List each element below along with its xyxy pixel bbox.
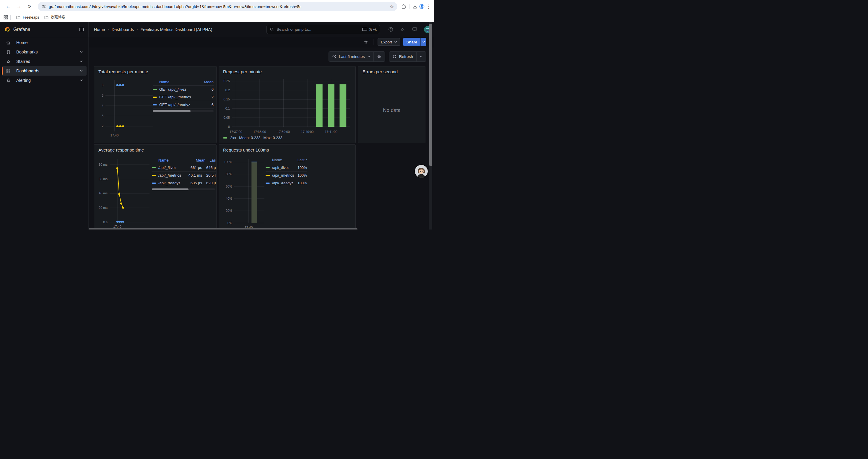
zoom-out-icon bbox=[377, 54, 382, 59]
refresh-group: Refresh bbox=[389, 52, 426, 62]
legend-row: /api/_/readyz 605 µs 620 µs bbox=[152, 179, 216, 187]
series-name[interactable]: GET /api/_/metrics bbox=[159, 95, 212, 99]
series-mean: Mean: 0.233 bbox=[239, 136, 260, 140]
panel-average-response-time: Average response time 0 s20 ms40 ms60 ms… bbox=[94, 144, 217, 230]
bookmark-folder-blogs[interactable]: 收藏博客 bbox=[42, 14, 68, 21]
refresh-icon bbox=[392, 54, 397, 59]
sidebar-item-alerting[interactable]: Alerting bbox=[2, 76, 87, 85]
legend-scrollbar[interactable] bbox=[153, 110, 214, 112]
breadcrumb-home[interactable]: Home bbox=[94, 27, 105, 32]
sidebar-item-starred[interactable]: Starred bbox=[2, 57, 87, 66]
favorite-star-icon[interactable] bbox=[363, 40, 368, 44]
forward-icon[interactable]: → bbox=[14, 2, 23, 11]
legend-header-mean[interactable]: Mean bbox=[204, 80, 214, 84]
refresh-button[interactable]: Refresh bbox=[389, 52, 416, 61]
series-last: 100% bbox=[298, 173, 307, 177]
series-name[interactable]: 2xx bbox=[230, 136, 236, 140]
horizontal-scrollbar-thumb[interactable] bbox=[89, 228, 358, 230]
legend-header-name[interactable]: Name bbox=[153, 80, 204, 84]
panel-title[interactable]: Errors per second bbox=[359, 66, 425, 74]
chevron-down-icon[interactable] bbox=[80, 78, 83, 82]
address-bar[interactable]: grafana.mathmast.com/d/deytv4rwavabkb/fr… bbox=[38, 2, 397, 11]
series-last: 100% bbox=[298, 181, 307, 185]
reload-icon[interactable]: ⟳ bbox=[25, 2, 34, 11]
chevron-down-icon[interactable] bbox=[80, 69, 83, 73]
bookmarks-bar: Freeleaps 收藏博客 bbox=[0, 13, 434, 22]
panel-title[interactable]: Request per minute bbox=[219, 66, 355, 74]
kiosk-monitor-icon[interactable] bbox=[412, 27, 417, 32]
zoom-out-button[interactable] bbox=[373, 52, 385, 61]
legend-header-last[interactable]: Last * bbox=[298, 158, 307, 162]
keyboard-icon bbox=[362, 28, 367, 31]
assistant-avatar[interactable] bbox=[415, 165, 428, 178]
dashboard-toolbar: Export Share bbox=[89, 37, 434, 47]
breadcrumb-current[interactable]: Freeleaps Metrics Dashboard (ALPHA) bbox=[141, 27, 212, 32]
share-button[interactable]: Share bbox=[403, 38, 421, 46]
total-requests-chart[interactable]: 2345617:40 bbox=[98, 77, 155, 138]
legend-header-last[interactable]: Last * bbox=[205, 158, 216, 162]
svg-text:17:37:00: 17:37:00 bbox=[229, 130, 242, 133]
legend-table: Name Mean Last * /api/_/livez 661 µs 646… bbox=[152, 157, 216, 190]
series-swatch bbox=[153, 89, 157, 90]
home-icon bbox=[6, 40, 11, 45]
refresh-interval-button[interactable] bbox=[416, 52, 426, 61]
sidebar-item-bookmarks[interactable]: Bookmarks bbox=[2, 47, 87, 57]
help-icon[interactable] bbox=[388, 27, 394, 32]
browser-menu-icon[interactable]: ⋮ bbox=[426, 4, 431, 10]
chevron-down-icon bbox=[367, 55, 370, 58]
series-name[interactable]: /api/_/livez bbox=[272, 166, 298, 170]
legend-header-mean[interactable]: Mean bbox=[188, 158, 205, 162]
series-name[interactable]: /api/_/livez bbox=[158, 165, 184, 170]
sidebar-item-dashboards[interactable]: Dashboards bbox=[2, 66, 87, 76]
bookmark-star-icon[interactable]: ☆ bbox=[390, 4, 394, 9]
series-name[interactable]: GET /api/_/readyz bbox=[159, 102, 212, 107]
time-controls: Last 5 minutes Refresh bbox=[329, 52, 426, 62]
toolbar-divider bbox=[373, 39, 373, 45]
share-menu-button[interactable] bbox=[421, 38, 426, 46]
grafana-logo[interactable] bbox=[4, 26, 11, 33]
average-response-time-chart[interactable]: 0 s20 ms40 ms60 ms80 ms17:40 bbox=[97, 155, 152, 230]
series-name[interactable]: /api/_/metrics bbox=[272, 173, 298, 177]
time-range-picker[interactable]: Last 5 minutes bbox=[329, 52, 373, 61]
bookmark-folder-freeleaps[interactable]: Freeleaps bbox=[13, 14, 42, 21]
panel-requests-under-100ms: Requests under 100ms 0%20%40%60%80%100%1… bbox=[219, 144, 356, 230]
collapse-menu-icon[interactable] bbox=[79, 27, 84, 32]
search-placeholder: Search or jump to... bbox=[277, 27, 362, 32]
svg-text:100%: 100% bbox=[224, 160, 232, 164]
panel-title[interactable]: Total requests per minute bbox=[94, 66, 216, 74]
chevron-down-icon[interactable] bbox=[80, 60, 83, 63]
download-icon[interactable] bbox=[412, 4, 418, 9]
vertical-scrollbar-thumb[interactable] bbox=[429, 24, 432, 166]
series-name[interactable]: GET /api/_/livez bbox=[159, 87, 212, 92]
legend-header-name[interactable]: Name bbox=[266, 158, 298, 162]
bookmark-label: Freeleaps bbox=[23, 15, 39, 20]
series-name[interactable]: /api/_/readyz bbox=[272, 181, 298, 185]
profile-icon[interactable] bbox=[419, 4, 425, 9]
panel-title[interactable]: Average response time bbox=[94, 145, 216, 153]
extensions-icon[interactable] bbox=[401, 4, 406, 9]
url-text[interactable]: grafana.mathmast.com/d/deytv4rwavabkb/fr… bbox=[49, 4, 390, 9]
chevron-down-icon[interactable] bbox=[80, 50, 83, 54]
series-name[interactable]: /api/_/metrics bbox=[158, 173, 184, 177]
legend-header-name[interactable]: Name bbox=[152, 158, 188, 162]
request-per-minute-chart[interactable]: 00.050.10.150.20.2517:37:0017:38:0017:39… bbox=[221, 76, 354, 135]
breadcrumb-dashboards[interactable]: Dashboards bbox=[112, 27, 134, 32]
search-shortcut: ⌘+k bbox=[362, 27, 377, 32]
legend-scrollbar[interactable] bbox=[152, 189, 215, 190]
search-input[interactable]: Search or jump to... ⌘+k bbox=[267, 25, 380, 34]
active-indicator bbox=[2, 67, 3, 75]
svg-text:0.1: 0.1 bbox=[225, 107, 230, 110]
apps-grid-icon[interactable] bbox=[4, 15, 8, 20]
news-rss-icon[interactable] bbox=[400, 27, 405, 32]
back-icon[interactable]: ← bbox=[4, 2, 13, 11]
series-mean: 605 µs bbox=[184, 181, 202, 185]
site-settings-icon[interactable] bbox=[41, 4, 46, 9]
breadcrumb-separator: › bbox=[107, 27, 109, 32]
requests-under-100ms-chart[interactable]: 0%20%40%60%80%100%17:40 bbox=[222, 155, 266, 230]
sidebar-item-home[interactable]: Home bbox=[2, 38, 87, 47]
panel-title[interactable]: Requests under 100ms bbox=[219, 145, 355, 153]
series-name[interactable]: /api/_/readyz bbox=[158, 181, 184, 185]
grafana-header: Grafana Home › Dashboards › Freeleaps Me… bbox=[0, 22, 434, 37]
export-button[interactable]: Export bbox=[378, 38, 400, 46]
legend-row: /api/_/livez 661 µs 646 µs bbox=[152, 164, 216, 172]
